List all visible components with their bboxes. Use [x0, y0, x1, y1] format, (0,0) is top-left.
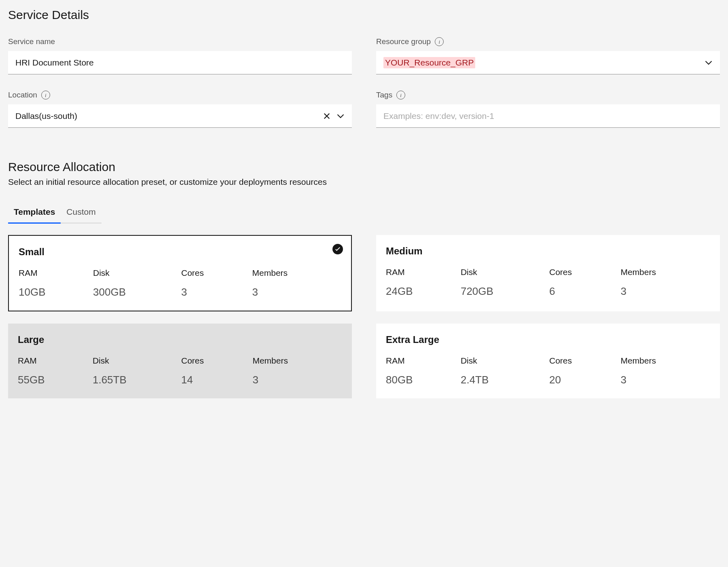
info-icon[interactable]: i — [435, 37, 444, 46]
location-field: Location i Dallas(us-south) — [8, 91, 352, 128]
template-name: Large — [18, 334, 342, 345]
spec-header-members: Members — [252, 356, 342, 366]
spec-header-ram: RAM — [386, 356, 458, 366]
service-name-field: Service name — [8, 37, 352, 74]
spec-header-disk: Disk — [461, 267, 547, 277]
chevron-down-icon — [705, 59, 713, 67]
spec-header-disk: Disk — [461, 356, 547, 366]
spec-value-disk: 720GB — [461, 285, 547, 298]
tab-templates[interactable]: Templates — [8, 203, 61, 224]
spec-value-cores: 20 — [549, 374, 618, 386]
spec-value-ram: 80GB — [386, 374, 458, 386]
spec-header-disk: Disk — [93, 356, 179, 366]
resource-allocation-title: Resource Allocation — [8, 160, 720, 174]
template-card-small[interactable]: Small RAM Disk Cores Members 10GB 300GB … — [8, 235, 352, 311]
allocation-tabs: Templates Custom — [8, 203, 720, 224]
tags-input[interactable] — [376, 104, 720, 128]
spec-header-members: Members — [620, 356, 710, 366]
spec-header-cores: Cores — [549, 267, 618, 277]
tags-label: Tags — [376, 91, 392, 99]
spec-value-ram: 55GB — [18, 374, 90, 386]
resource-allocation-description: Select an initial resource allocation pr… — [8, 177, 720, 187]
template-card-extra-large[interactable]: Extra Large RAM Disk Cores Members 80GB … — [376, 324, 720, 398]
spec-header-cores: Cores — [181, 356, 250, 366]
spec-header-ram: RAM — [386, 267, 458, 277]
service-details-title: Service Details — [8, 8, 720, 22]
template-name: Medium — [386, 245, 710, 257]
spec-value-ram: 10GB — [19, 286, 91, 298]
spec-value-members: 3 — [620, 374, 710, 386]
resource-group-value: YOUR_Resource_GRP — [383, 57, 475, 68]
service-name-input[interactable] — [8, 51, 352, 74]
template-card-large[interactable]: Large RAM Disk Cores Members 55GB 1.65TB… — [8, 324, 352, 398]
spec-value-members: 3 — [252, 286, 341, 298]
template-name: Extra Large — [386, 334, 710, 345]
spec-value-cores: 3 — [181, 286, 250, 298]
tags-field: Tags i — [376, 91, 720, 128]
spec-header-members: Members — [620, 267, 710, 277]
spec-value-disk: 1.65TB — [93, 374, 179, 386]
spec-header-ram: RAM — [18, 356, 90, 366]
spec-value-cores: 14 — [181, 374, 250, 386]
spec-value-ram: 24GB — [386, 285, 458, 298]
spec-header-ram: RAM — [19, 268, 91, 278]
resource-group-field: Resource group i YOUR_Resource_GRP — [376, 37, 720, 74]
spec-header-cores: Cores — [181, 268, 250, 278]
service-details-form: Service name Resource group i YOUR_Resou… — [8, 37, 720, 128]
location-select[interactable]: Dallas(us-south) — [8, 104, 352, 128]
service-name-label: Service name — [8, 37, 55, 46]
spec-header-disk: Disk — [93, 268, 179, 278]
spec-value-members: 3 — [252, 374, 342, 386]
location-value: Dallas(us-south) — [15, 111, 323, 121]
spec-value-cores: 6 — [549, 285, 618, 298]
spec-value-members: 3 — [620, 285, 710, 298]
info-icon[interactable]: i — [41, 91, 50, 99]
checkmark-icon — [332, 244, 343, 254]
resource-group-select[interactable]: YOUR_Resource_GRP — [376, 51, 720, 74]
chevron-down-icon — [336, 112, 345, 120]
spec-header-cores: Cores — [549, 356, 618, 366]
close-icon[interactable] — [323, 112, 331, 120]
spec-value-disk: 300GB — [93, 286, 179, 298]
template-card-medium[interactable]: Medium RAM Disk Cores Members 24GB 720GB… — [376, 235, 720, 311]
location-label: Location — [8, 91, 37, 99]
templates-grid: Small RAM Disk Cores Members 10GB 300GB … — [8, 235, 720, 398]
template-name: Small — [19, 246, 341, 258]
tab-custom[interactable]: Custom — [61, 203, 101, 224]
resource-group-label: Resource group — [376, 37, 431, 46]
info-icon[interactable]: i — [396, 91, 405, 99]
spec-value-disk: 2.4TB — [461, 374, 547, 386]
spec-header-members: Members — [252, 268, 341, 278]
